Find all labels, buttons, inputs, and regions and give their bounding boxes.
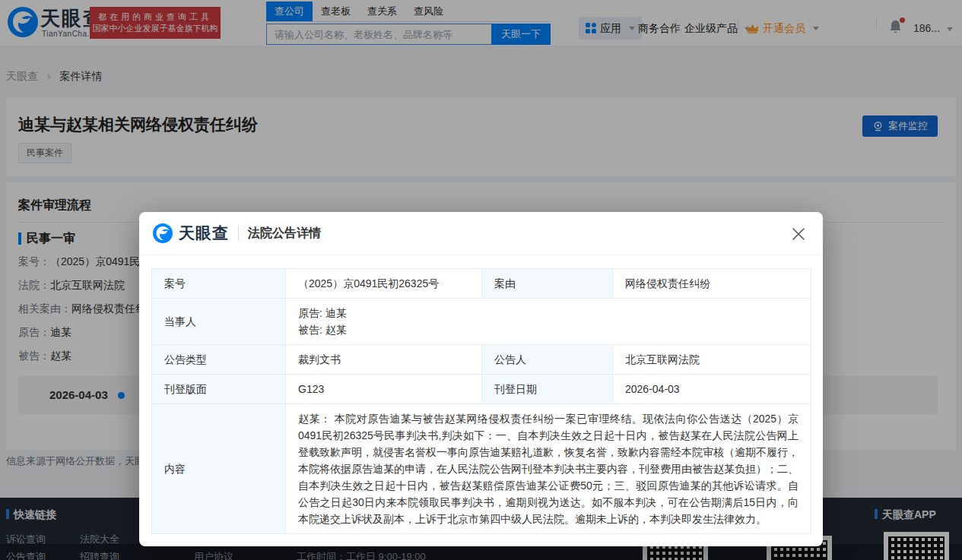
parties-value: 原告: 迪某 被告: 赵某 xyxy=(286,299,811,345)
table-row: 刊登版面 G123 刊登日期 2026-04-03 xyxy=(152,375,811,404)
page: 天眼查 TianYanCha.com 都在用的商业查询工具 国家中小企业发展子基… xyxy=(0,0,962,560)
parties-label: 当事人 xyxy=(152,299,286,345)
modal-title: 法院公告详情 xyxy=(248,226,321,242)
announcement-type-label: 公告类型 xyxy=(152,345,286,375)
close-icon[interactable] xyxy=(791,226,806,242)
table-row: 当事人 原告: 迪某 被告: 赵某 xyxy=(152,299,811,345)
table-row: 内容 赵某： 本院对原告迪某与被告赵某网络侵权责任纠纷一案已审理终结。现依法向你… xyxy=(152,404,811,534)
court-announcement-modal: 天眼查 法院公告详情 案号 （2025）京0491民初26325号 案由 网络侵… xyxy=(139,212,823,546)
publish-date-label: 刊登日期 xyxy=(482,375,613,404)
announcer-value: 北京互联网法院 xyxy=(613,345,811,375)
cause-value: 网络侵权责任纠纷 xyxy=(613,269,811,299)
case-no-label: 案号 xyxy=(152,269,286,299)
plaintiff-line: 原告: 迪某 xyxy=(298,305,798,321)
announcer-label: 公告人 xyxy=(482,345,613,375)
modal-brand-name: 天眼查 xyxy=(179,223,229,244)
divider xyxy=(238,226,239,240)
cause-label: 案由 xyxy=(482,269,613,299)
layout-value: G123 xyxy=(286,375,482,404)
publish-date-value: 2026-04-03 xyxy=(613,375,811,404)
table-row: 公告类型 裁判文书 公告人 北京互联网法院 xyxy=(152,345,811,375)
announcement-detail-table: 案号 （2025）京0491民初26325号 案由 网络侵权责任纠纷 当事人 原… xyxy=(151,268,811,534)
defendant-line: 被告: 赵某 xyxy=(298,321,798,338)
table-row: 案号 （2025）京0491民初26325号 案由 网络侵权责任纠纷 xyxy=(152,269,811,299)
content-label: 内容 xyxy=(152,404,286,534)
content-value: 赵某： 本院对原告迪某与被告赵某网络侵权责任纠纷一案已审理终结。现依法向你公告送… xyxy=(286,404,811,534)
case-no-value: （2025）京0491民初26325号 xyxy=(286,269,482,299)
announcement-type-value: 裁判文书 xyxy=(286,345,482,375)
layout-label: 刊登版面 xyxy=(152,375,286,404)
tianyancha-logo-icon xyxy=(153,223,173,243)
modal-header: 天眼查 法院公告详情 xyxy=(139,212,823,255)
